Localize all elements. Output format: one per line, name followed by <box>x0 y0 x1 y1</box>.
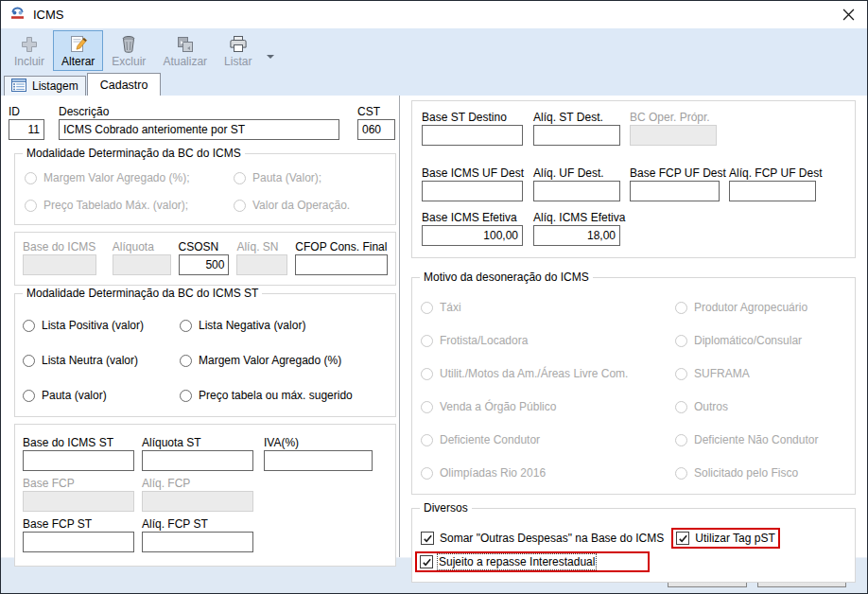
aliq-icms-efetiva-input[interactable]: 18,00 <box>533 225 620 246</box>
cst-input[interactable]: 060 <box>357 119 395 140</box>
radio-outros[interactable]: Outros <box>675 400 855 413</box>
radio-preco-tabela-max-sugerido[interactable]: Preço tabela ou máx. sugerido <box>180 389 395 402</box>
aliq-st-dest-field[interactable]: Alíq. ST Dest. <box>533 111 620 146</box>
base-icms-efetiva-field[interactable]: Base ICMS Efetiva 100,00 <box>422 211 523 246</box>
tab-cadastro[interactable]: Cadastro <box>87 73 162 96</box>
cst-label: CST <box>357 105 395 119</box>
aliq-fcp-uf-dest-field[interactable]: Alíq. FCP UF Dest <box>729 166 816 201</box>
radio-circle-icon <box>234 200 246 212</box>
toolbar-button-atualizar[interactable]: Atualizar <box>154 30 216 71</box>
descricao-field[interactable]: Descrição ICMS Cobrado anteriomente por … <box>59 105 339 140</box>
base-fcp-uf-dest-field[interactable]: Base FCP UF Dest <box>630 166 720 201</box>
radio-lista-neutra[interactable]: Lista Neutra (valor) <box>23 354 180 367</box>
toolbar-button-alterar[interactable]: Alterar <box>53 30 103 71</box>
radio-circle-icon <box>421 401 433 413</box>
id-field[interactable]: ID 11 <box>9 105 44 140</box>
radio-margem-valor-agregado[interactable]: Margem Valor Agregado (%); <box>25 171 234 184</box>
base-icms-efetiva-input[interactable]: 100,00 <box>422 225 523 246</box>
checkbox-sujeito-repasse-interestadual[interactable]: Sujeito a repasse Interestadual <box>420 554 595 569</box>
radio-circle-icon <box>180 355 192 367</box>
base-icms-uf-dest-input[interactable] <box>422 181 523 201</box>
radio-circle-icon <box>180 390 192 402</box>
aliq-uf-dest-field[interactable]: Alíq. UF Dest. <box>533 166 620 201</box>
cst-field[interactable]: CST 060 <box>357 105 395 140</box>
tab-listagem[interactable]: Listagem <box>4 76 86 96</box>
toolbar-button-excluir[interactable]: Excluir <box>103 30 154 71</box>
box-simples-nacional: Base do ICMS Alíquota CSOSN 500 Alíq. SN <box>14 232 396 286</box>
radio-lista-negativa[interactable]: Lista Negativa (valor) <box>180 319 395 332</box>
radio-solicitado-pelo-fisco[interactable]: Solicitado pelo Fisco <box>675 466 855 480</box>
groupbox-modalidade-bc-st: Modalidade Determinação da BC do ICMS ST… <box>14 293 396 417</box>
radio-circle-icon <box>25 172 37 184</box>
aliq-sn-input <box>236 254 287 275</box>
base-do-icms-field: Base do ICMS <box>23 240 96 275</box>
base-fcp-field: Base FCP <box>23 477 134 512</box>
base-do-icms-st-field[interactable]: Base do ICMS ST <box>23 436 134 471</box>
cfop-cons-final-input[interactable] <box>295 254 388 275</box>
radio-deficiente-condutor[interactable]: Deficiente Condutor <box>421 433 675 446</box>
icms-window: ICMS Incluir Alterar <box>0 0 868 594</box>
toolbar: Incluir Alterar <box>1 28 867 73</box>
aliq-fcp-st-input[interactable] <box>142 532 253 552</box>
base-st-destino-field[interactable]: Base ST Destino <box>422 111 523 146</box>
column-divider <box>399 96 400 557</box>
radio-venda-orgao-publico[interactable]: Venda a Órgão Público <box>421 400 675 413</box>
aliq-sn-field: Alíq. SN <box>236 240 287 275</box>
close-icon[interactable] <box>829 1 867 28</box>
radio-utilit-motos-am[interactable]: Utilit./Motos da Am./Áreas Livre Com. <box>421 367 675 380</box>
radio-produtor-agropecuario[interactable]: Produtor Agropecuário <box>675 301 855 314</box>
radio-suframa[interactable]: SUFRAMA <box>675 367 855 380</box>
box-destino: Base ST Destino Alíq. ST Dest. BC Oper. … <box>411 100 856 258</box>
radio-circle-icon <box>23 390 35 402</box>
radio-lista-positiva[interactable]: Lista Positiva (valor) <box>23 319 180 332</box>
iva-input[interactable] <box>264 450 373 471</box>
base-fcp-input <box>23 491 134 512</box>
aliquota-st-input[interactable] <box>142 450 253 471</box>
radio-margem-valor-agregado-st[interactable]: Margem Valor Agregado (%) <box>180 354 395 367</box>
radio-circle-icon <box>421 467 433 480</box>
radio-circle-icon <box>421 368 433 380</box>
aliq-st-dest-input[interactable] <box>533 125 620 146</box>
base-fcp-st-input[interactable] <box>23 532 134 552</box>
checkbox-somar-outras-despesas[interactable]: Somar "Outras Despesas" na Base do ICMS <box>421 531 664 546</box>
radio-olimpiadas-rio-2016[interactable]: Olimpíadas Rio 2016 <box>421 466 675 480</box>
radio-pauta-valor-st[interactable]: Pauta (valor) <box>23 389 180 402</box>
aliq-icms-efetiva-field[interactable]: Alíq. ICMS Efetiva 18,00 <box>533 211 620 246</box>
toolbar-button-incluir[interactable]: Incluir <box>6 30 53 71</box>
id-input[interactable]: 11 <box>9 119 44 140</box>
groupbox-motivo-desoneracao: Motivo da desoneração do ICMS Táxi Produ… <box>411 277 856 495</box>
radio-pauta-valor[interactable]: Pauta (Valor); <box>234 171 395 184</box>
radio-preco-tabelado-max[interactable]: Preço Tabelado Máx. (valor); <box>25 199 234 212</box>
toolbar-dropdown-caret-icon[interactable] <box>267 55 274 62</box>
base-st-destino-input[interactable] <box>422 125 523 146</box>
base-icms-uf-dest-field[interactable]: Base ICMS UF Dest <box>422 166 523 201</box>
radio-circle-icon <box>675 368 687 380</box>
descricao-input[interactable]: ICMS Cobrado anteriomente por ST <box>59 119 339 140</box>
trash-icon <box>118 34 139 55</box>
base-fcp-st-field[interactable]: Base FCP ST <box>23 517 134 552</box>
radio-circle-icon <box>421 335 433 347</box>
toolbar-button-label: Excluir <box>112 55 146 68</box>
radio-frotista-locadora[interactable]: Frotista/Locadora <box>421 334 675 347</box>
csosn-input[interactable]: 500 <box>179 254 230 275</box>
radio-diplomatico-consular[interactable]: Diplomático/Consular <box>675 334 855 347</box>
radio-circle-icon <box>234 172 246 184</box>
aliq-fcp-st-field[interactable]: Alíq. FCP ST <box>142 517 253 552</box>
aliq-fcp-uf-dest-input[interactable] <box>729 181 816 201</box>
radio-taxi[interactable]: Táxi <box>421 301 675 314</box>
aliq-fcp-input <box>142 491 253 512</box>
aliq-uf-dest-input[interactable] <box>533 181 620 201</box>
radio-deficiente-nao-condutor[interactable]: Deficiente Não Condutor <box>675 433 855 446</box>
csosn-field[interactable]: CSOSN 500 <box>179 240 230 275</box>
checkbox-checked-icon <box>420 555 433 568</box>
cfop-cons-final-field[interactable]: CFOP Cons. Final <box>295 240 388 275</box>
aliquota-st-field[interactable]: Alíquota ST <box>142 436 253 471</box>
base-do-icms-st-input[interactable] <box>23 450 134 471</box>
checkbox-utilizar-tag-pst[interactable]: Utilizar Tag pST <box>676 531 774 546</box>
base-fcp-uf-dest-input[interactable] <box>630 181 720 201</box>
iva-field[interactable]: IVA(%) <box>264 436 373 471</box>
toolbar-button-listar[interactable]: Listar <box>216 30 260 71</box>
radio-circle-icon <box>23 320 35 332</box>
radio-valor-da-operacao[interactable]: Valor da Operação. <box>234 199 395 212</box>
plus-icon <box>19 34 40 55</box>
